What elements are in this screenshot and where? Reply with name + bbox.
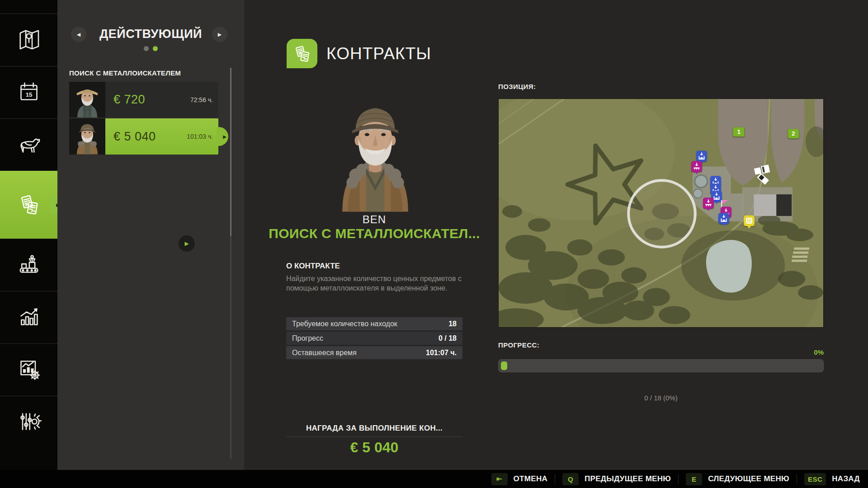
- key-q: Q: [562, 473, 579, 485]
- contract-description: Найдите указанное количество ценных пред…: [286, 274, 476, 293]
- position-label: ПОЗИЦИЯ:: [498, 83, 536, 90]
- reward-value: € 5 040: [253, 439, 495, 456]
- contract-list-scrollbar[interactable]: [230, 68, 231, 459]
- map-terrain: [499, 99, 823, 327]
- pager-title: ДЕЙСТВУЮЩИЙ: [86, 27, 215, 41]
- sidebar-item-map[interactable]: [0, 14, 57, 65]
- position-map[interactable]: 12: [498, 99, 824, 328]
- key-esc: ESC: [804, 473, 826, 485]
- map-marker-bale-icon: [744, 215, 755, 226]
- sidebar-item-animals[interactable]: [0, 118, 57, 169]
- progress-percent: 0%: [643, 348, 824, 356]
- sidebar-item-finances[interactable]: [0, 343, 57, 394]
- contracts-icon: [16, 192, 42, 217]
- action-next-menu[interactable]: E СЛЕДУЮЩЕЕ МЕНЮ: [686, 473, 789, 485]
- detail-value: 0 / 18: [439, 334, 457, 343]
- key-e: E: [686, 473, 702, 485]
- finances-icon: [16, 357, 42, 382]
- map-marker-unload-icon: [718, 213, 729, 224]
- contract-pager: ◀ ДЕЙСТВУЮЩИЙ ▶: [57, 23, 244, 45]
- settings-icon: [16, 409, 42, 434]
- contract-list-item[interactable]: € 720 72:56 ч.: [69, 82, 218, 117]
- about-section-label: О КОНТРАКТЕ: [286, 262, 340, 271]
- detail-value: 101:07 ч.: [426, 349, 457, 357]
- contractor-avatar: [69, 82, 105, 117]
- divider: [797, 474, 797, 484]
- pager-dot: [144, 46, 149, 51]
- map-icon: [16, 27, 42, 52]
- detail-label: Оставшееся время: [292, 349, 357, 357]
- sidebar-item-statistics[interactable]: [0, 291, 57, 342]
- selected-contract-arrow: [217, 127, 228, 146]
- progress-detail: 0 / 18 (0%): [498, 394, 824, 402]
- calendar-day: 15: [25, 91, 32, 98]
- divider: [678, 474, 679, 484]
- map-marker-sell-icon: [691, 161, 702, 172]
- contract-price: € 720: [113, 93, 145, 107]
- cow-icon: [16, 131, 42, 157]
- sidebar-item-settings[interactable]: [0, 396, 57, 447]
- contract-details-table: Требуемое количество находок 18 Прогресс…: [286, 317, 462, 361]
- field-number-label: 2: [788, 129, 799, 138]
- contractor-portrait: [330, 93, 421, 213]
- detail-value: 18: [448, 320, 457, 328]
- progress-bar-fill: [501, 361, 507, 370]
- contract-time-left: 72:56 ч.: [190, 96, 213, 103]
- contractor-name: BEN: [271, 213, 477, 226]
- map-marker-unload-icon: [696, 151, 707, 162]
- pager-dot-active: [153, 46, 158, 51]
- sidebar-item-contracts[interactable]: [0, 171, 57, 239]
- sidebar-item-production[interactable]: [0, 239, 57, 290]
- page-title: КОНТРАКТЫ: [326, 44, 431, 63]
- main-menu-sidebar: 15: [0, 0, 57, 470]
- table-row: Требуемое количество находок 18: [286, 317, 462, 330]
- contractor-avatar: [69, 118, 105, 155]
- contracts-page-icon: [287, 39, 317, 68]
- reward-divider: [286, 436, 462, 437]
- action-back[interactable]: ESC НАЗАД: [804, 473, 860, 485]
- map-marker-sell-icon: [703, 198, 714, 209]
- progress-label: ПРОГРЕСС:: [498, 341, 539, 349]
- panel-collapse-toggle[interactable]: ▶: [179, 235, 195, 252]
- contract-title: ПОИСК С МЕТАЛЛОИСКАТЕЛ...: [253, 226, 495, 241]
- contract-time-left: 101:03 ч.: [187, 133, 213, 140]
- field-number-label: 1: [733, 127, 745, 136]
- pager-dots: [57, 46, 244, 51]
- key-backspace: ⇤: [491, 473, 508, 485]
- action-cancel[interactable]: ⇤ ОТМЕНА: [491, 473, 547, 485]
- pager-prev-button[interactable]: ◀: [71, 27, 86, 42]
- contract-price: € 5 040: [113, 130, 156, 144]
- contract-list-item-selected[interactable]: € 5 040 101:03 ч.: [69, 118, 218, 155]
- divider: [555, 474, 555, 484]
- bottom-action-bar: ⇤ ОТМЕНА Q ПРЕДЫДУЩЕЕ МЕНЮ E СЛЕДУЮЩЕЕ М…: [0, 470, 868, 488]
- contract-zone-circle: [628, 180, 695, 247]
- statistics-icon: [16, 304, 42, 329]
- contract-type-label: ПОИСК С МЕТАЛЛОИСКАТЕЛЕМ: [69, 69, 181, 77]
- table-row: Прогресс 0 / 18: [286, 332, 462, 345]
- game-screen: 15: [0, 0, 868, 488]
- reward-label: НАГРАДА ЗА ВЫПОЛНЕНИЕ КОН...: [253, 424, 495, 433]
- progress-bar: [498, 359, 824, 372]
- detail-label: Требуемое количество находок: [292, 320, 397, 328]
- pager-next-button[interactable]: ▶: [212, 27, 227, 42]
- action-previous-menu[interactable]: Q ПРЕДЫДУЩЕЕ МЕНЮ: [562, 473, 671, 485]
- calendar-icon: 15: [16, 79, 42, 104]
- table-row: Оставшееся время 101:07 ч.: [286, 346, 462, 359]
- sidebar-item-calendar[interactable]: 15: [0, 66, 57, 117]
- production-icon: [16, 252, 42, 277]
- detail-label: Прогресс: [292, 334, 323, 343]
- contract-list-panel: ◀ ДЕЙСТВУЮЩИЙ ▶ ПОИСК С МЕТАЛЛОИСКАТЕЛЕМ: [57, 0, 244, 470]
